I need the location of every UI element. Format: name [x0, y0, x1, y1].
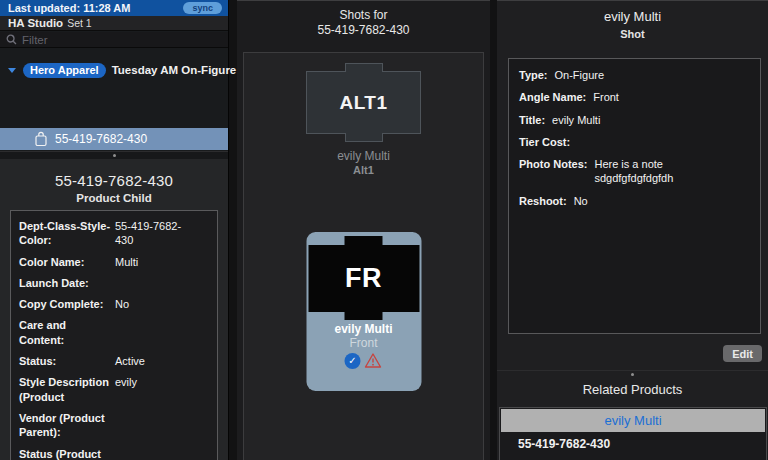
bag-icon — [34, 131, 48, 147]
tree-item-label: 55-419-7682-430 — [55, 132, 147, 146]
splitter-handle[interactable] — [497, 370, 768, 379]
detail-label: Copy Complete: — [19, 297, 113, 311]
detail-label: Status: — [19, 354, 113, 368]
detail-label: Style Description (Product — [19, 375, 113, 404]
filter-input[interactable] — [22, 34, 202, 46]
approved-check-icon[interactable]: ✓ — [345, 353, 361, 369]
detail-value: Front — [593, 90, 619, 104]
studio-row: HA Studio Set 1 — [0, 16, 228, 31]
related-products-list: evily Multi 55-419-7682-430 — [499, 407, 767, 460]
detail-value: On-Figure — [555, 68, 605, 82]
product-tree: Hero Apparel Tuesday AM On-Figure 55-419… — [0, 49, 228, 151]
detail-label: Status (Product Parent): — [19, 447, 113, 460]
splitter-dot — [631, 373, 634, 376]
splitter-handle[interactable] — [0, 151, 228, 159]
product-details-box: Dept-Class-Style-Color:55-419-7682-430 C… — [10, 210, 218, 460]
shot-status-badges: ✓ — [306, 352, 421, 369]
detail-value: 55-419-7682-430 — [115, 219, 193, 248]
tree-item-product[interactable]: 55-419-7682-430 — [0, 128, 228, 150]
set-name: Set 1 — [67, 17, 92, 29]
edit-button[interactable]: Edit — [723, 345, 762, 362]
detail-label: Angle Name: — [519, 90, 586, 104]
card-bottom-tab — [345, 312, 383, 320]
shot-code: ALT1 — [339, 92, 387, 114]
detail-label: Photo Notes: — [519, 157, 587, 186]
shots-scroll-area[interactable]: ALT1 evily Multi Alt1 FR evily Multi Fro… — [243, 52, 484, 460]
detail-value — [115, 318, 193, 347]
detail-label: Type: — [519, 68, 548, 82]
sync-button[interactable]: sync — [183, 2, 222, 14]
related-product-item[interactable]: 55-419-7682-430 — [500, 433, 766, 456]
shot-angle-name: Front — [306, 336, 421, 350]
detail-value: evily Multi — [552, 113, 600, 127]
detail-row: Status (Product Parent): — [19, 447, 209, 460]
related-products-header: Related Products — [497, 382, 768, 397]
detail-label: Launch Date: — [19, 276, 113, 290]
detail-row: Angle Name:Front — [519, 90, 750, 104]
warning-icon — [364, 352, 383, 369]
shot-code: FR — [345, 263, 382, 294]
group-title: Tuesday AM On-Figure — [112, 64, 237, 76]
related-product-selected[interactable]: evily Multi — [501, 409, 765, 432]
detail-row: Photo Notes:Here is a note sdgdfgfdgfdgf… — [519, 157, 750, 186]
detail-label: Dept-Class-Style-Color: — [19, 219, 113, 248]
shot-detail-panel: evily Multi Shot Type:On-Figure Angle Na… — [497, 0, 768, 460]
shot-product-name: evily Multi — [306, 322, 421, 336]
detail-value — [115, 447, 193, 460]
detail-row: Tier Cost: — [519, 135, 750, 149]
shot-thumbnail: FR — [308, 245, 419, 312]
product-detail-section: 55-419-7682-430 Product Child Dept-Class… — [0, 159, 228, 460]
detail-label: Tier Cost: — [519, 135, 570, 149]
detail-row: Care and Content: — [19, 318, 209, 347]
shots-header-line1: Shots for — [237, 8, 490, 23]
search-icon — [6, 34, 17, 45]
detail-row: Copy Complete:No — [19, 297, 209, 311]
detail-value — [115, 411, 193, 440]
detail-label: Reshoot: — [519, 194, 567, 208]
card-top-tab — [345, 63, 383, 72]
studio-name: HA Studio — [8, 17, 63, 29]
detail-row: Style Description (Productevily — [19, 375, 209, 404]
navigator-panel: Last updated: 11:28 AM sync HA Studio Se… — [0, 0, 229, 460]
shots-panel: Shots for 55-419-7682-430 ALT1 evily Mul… — [237, 0, 490, 460]
last-updated-text: Last updated: 11:28 AM — [8, 2, 183, 14]
shot-card-front-selected[interactable]: FR evily Multi Front ✓ — [306, 232, 421, 391]
detail-row: Title:evily Multi — [519, 113, 750, 127]
last-updated-bar: Last updated: 11:28 AM sync — [0, 0, 228, 16]
detail-value: evily — [115, 375, 193, 404]
shot-product-name: evily Multi — [244, 149, 483, 163]
detail-row: Vendor (Product Parent): — [19, 411, 209, 440]
shots-header: Shots for 55-419-7682-430 — [237, 1, 490, 38]
detail-row: Type:On-Figure — [519, 68, 750, 82]
product-subtitle: Product Child — [0, 192, 228, 204]
shot-details-box: Type:On-Figure Angle Name:Front Title:ev… — [508, 58, 761, 334]
product-title: 55-419-7682-430 — [0, 172, 228, 189]
shot-detail-subtitle: Shot — [497, 28, 768, 40]
shot-angle-name: Alt1 — [244, 164, 483, 176]
detail-label: Title: — [519, 113, 545, 127]
shot-card-alt1[interactable]: ALT1 evily Multi Alt1 — [244, 62, 483, 176]
detail-value: Here is a note sdgdfgfdgfdgfdh — [594, 157, 673, 186]
detail-label: Vendor (Product Parent): — [19, 411, 113, 440]
detail-row: Status:Active — [19, 354, 209, 368]
detail-label: Color Name: — [19, 255, 113, 269]
filter-bar — [0, 32, 228, 48]
detail-value: Multi — [115, 255, 193, 269]
card-bottom-tab — [345, 133, 383, 142]
splitter-dot — [113, 154, 116, 157]
detail-value: No — [115, 297, 193, 311]
tree-group-row[interactable]: Hero Apparel Tuesday AM On-Figure — [8, 62, 228, 78]
detail-value: No — [574, 194, 588, 208]
shot-thumbnail: ALT1 — [306, 71, 421, 134]
shots-header-line2: 55-419-7682-430 — [237, 23, 490, 38]
detail-value — [115, 276, 193, 290]
detail-label: Care and Content: — [19, 318, 113, 347]
shot-detail-title: evily Multi — [497, 9, 768, 24]
chevron-down-icon[interactable] — [8, 68, 16, 73]
group-badge: Hero Apparel — [23, 63, 106, 78]
detail-row: Launch Date: — [19, 276, 209, 290]
detail-row: Color Name:Multi — [19, 255, 209, 269]
detail-value: Active — [115, 354, 193, 368]
detail-row: Reshoot:No — [519, 194, 750, 208]
detail-row: Dept-Class-Style-Color:55-419-7682-430 — [19, 219, 209, 248]
